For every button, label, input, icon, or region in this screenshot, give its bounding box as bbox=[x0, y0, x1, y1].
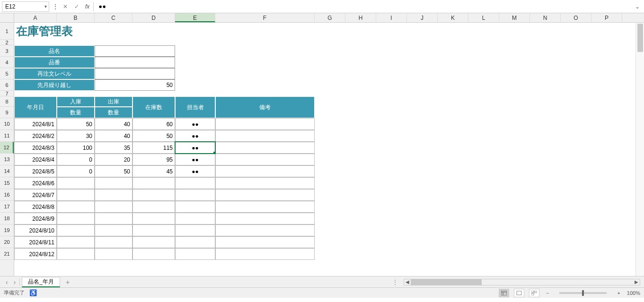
zoom-level[interactable]: 100% bbox=[627, 290, 640, 296]
row-header[interactable]: 21 bbox=[0, 248, 14, 260]
table-header-in[interactable]: 入庫 bbox=[57, 96, 95, 107]
cell-out[interactable]: 50 bbox=[95, 165, 132, 177]
cell-date[interactable]: 2024/8/4 bbox=[14, 154, 57, 165]
info-label[interactable]: 先月繰り越し bbox=[14, 79, 95, 91]
fx-icon[interactable]: fx bbox=[83, 3, 91, 10]
info-value[interactable] bbox=[95, 57, 175, 68]
row-header[interactable]: 13 bbox=[0, 154, 14, 165]
cell-person[interactable] bbox=[175, 201, 215, 213]
cell-stock[interactable] bbox=[132, 177, 175, 189]
row-header[interactable]: 19 bbox=[0, 224, 14, 236]
table-header-person[interactable]: 担当者 bbox=[175, 96, 215, 118]
cell-stock[interactable] bbox=[132, 201, 175, 213]
cell-stock[interactable] bbox=[132, 236, 175, 248]
cell-notes[interactable] bbox=[215, 248, 315, 260]
cell-date[interactable]: 2024/8/9 bbox=[14, 213, 57, 224]
cell-stock[interactable] bbox=[132, 248, 175, 260]
row-header[interactable]: 17 bbox=[0, 201, 14, 213]
page-break-view-button[interactable] bbox=[529, 289, 539, 297]
cell-person[interactable] bbox=[175, 189, 215, 201]
cell-date[interactable]: 2024/8/6 bbox=[14, 177, 57, 189]
select-all-corner[interactable] bbox=[0, 13, 14, 22]
table-header-qty-out[interactable]: 数量 bbox=[95, 107, 132, 118]
scroll-left-icon[interactable]: ◀ bbox=[404, 279, 411, 285]
scroll-right-icon[interactable]: ▶ bbox=[633, 279, 640, 285]
cell-date[interactable]: 2024/8/11 bbox=[14, 236, 57, 248]
info-label[interactable]: 品番 bbox=[14, 57, 95, 68]
table-header-stock[interactable]: 在庫数 bbox=[132, 96, 175, 118]
row-header[interactable]: 8 bbox=[0, 96, 14, 107]
cell-person[interactable] bbox=[175, 248, 215, 260]
dots-icon[interactable]: ⋮ bbox=[388, 279, 402, 285]
cell-in[interactable]: 0 bbox=[57, 154, 95, 165]
name-box[interactable]: E12 ▾ bbox=[2, 1, 49, 12]
cell-stock[interactable] bbox=[132, 189, 175, 201]
cell-in[interactable] bbox=[57, 236, 95, 248]
column-header[interactable]: A bbox=[14, 13, 57, 22]
cell-person[interactable] bbox=[175, 236, 215, 248]
cell-stock[interactable]: 115 bbox=[132, 142, 175, 154]
scrollbar-thumb[interactable] bbox=[637, 24, 643, 52]
table-header-date[interactable]: 年月日 bbox=[14, 96, 57, 118]
cell-stock[interactable]: 60 bbox=[132, 118, 175, 130]
cell-in[interactable]: 50 bbox=[57, 118, 95, 130]
table-header-qty-in[interactable]: 数量 bbox=[57, 107, 95, 118]
row-header[interactable]: 18 bbox=[0, 213, 14, 224]
cell-notes[interactable] bbox=[215, 201, 315, 213]
cell-in[interactable] bbox=[57, 189, 95, 201]
cell-date[interactable]: 2024/8/10 bbox=[14, 224, 57, 236]
cell-out[interactable] bbox=[95, 189, 132, 201]
cell-date[interactable]: 2024/8/8 bbox=[14, 201, 57, 213]
column-header[interactable]: C bbox=[95, 13, 132, 22]
cell-stock[interactable]: 50 bbox=[132, 130, 175, 142]
cell-notes[interactable] bbox=[215, 154, 315, 165]
cell-in[interactable]: 30 bbox=[57, 130, 95, 142]
cell-out[interactable]: 35 bbox=[95, 142, 132, 154]
column-header[interactable]: L bbox=[468, 13, 499, 22]
row-header[interactable]: 2 bbox=[0, 40, 14, 45]
column-header[interactable]: E bbox=[175, 13, 215, 22]
cell-notes[interactable] bbox=[215, 118, 315, 130]
row-header[interactable]: 4 bbox=[0, 57, 14, 68]
cell-notes[interactable] bbox=[215, 165, 315, 177]
info-value[interactable]: 50 bbox=[95, 79, 175, 91]
cell-out[interactable]: 40 bbox=[95, 130, 132, 142]
column-header[interactable]: J bbox=[407, 13, 438, 22]
accessibility-icon[interactable]: ♿ bbox=[29, 289, 37, 296]
cell-person[interactable] bbox=[175, 224, 215, 236]
cell-notes[interactable] bbox=[215, 224, 315, 236]
cell-out[interactable] bbox=[95, 213, 132, 224]
cell-person[interactable]: ●● bbox=[175, 142, 215, 154]
info-label[interactable]: 再注文レベル bbox=[14, 68, 95, 79]
cell-out[interactable]: 40 bbox=[95, 118, 132, 130]
info-value[interactable] bbox=[95, 68, 175, 79]
cell-date[interactable]: 2024/8/1 bbox=[14, 118, 57, 130]
cell-date[interactable]: 2024/8/7 bbox=[14, 189, 57, 201]
normal-view-button[interactable] bbox=[499, 289, 509, 297]
cell-date[interactable]: 2024/8/2 bbox=[14, 130, 57, 142]
zoom-out-button[interactable]: − bbox=[544, 290, 551, 296]
row-header[interactable]: 11 bbox=[0, 130, 14, 142]
cell-notes[interactable] bbox=[215, 130, 315, 142]
row-header[interactable]: 7 bbox=[0, 91, 14, 96]
row-header[interactable]: 14 bbox=[0, 165, 14, 177]
cell-out[interactable] bbox=[95, 177, 132, 189]
table-header-notes[interactable]: 備考 bbox=[215, 96, 315, 118]
column-header[interactable]: K bbox=[438, 13, 468, 22]
column-header[interactable]: M bbox=[499, 13, 530, 22]
cancel-icon[interactable]: ✕ bbox=[61, 2, 70, 11]
cell-out[interactable] bbox=[95, 248, 132, 260]
cell-out[interactable]: 20 bbox=[95, 154, 132, 165]
row-header[interactable]: 15 bbox=[0, 177, 14, 189]
column-header[interactable]: G bbox=[315, 13, 345, 22]
cell-stock[interactable]: 45 bbox=[132, 165, 175, 177]
cell-date[interactable]: 2024/8/3 bbox=[14, 142, 57, 154]
row-header[interactable]: 16 bbox=[0, 189, 14, 201]
info-value[interactable] bbox=[95, 45, 175, 57]
tab-prev-icon[interactable]: ‹ bbox=[4, 278, 10, 286]
row-header[interactable]: 10 bbox=[0, 118, 14, 130]
cell-stock[interactable]: 95 bbox=[132, 154, 175, 165]
cell-person[interactable]: ●● bbox=[175, 154, 215, 165]
sheet-tab[interactable]: 品名_年月 bbox=[22, 277, 60, 287]
title-cell[interactable]: 在庫管理表 bbox=[14, 23, 132, 40]
